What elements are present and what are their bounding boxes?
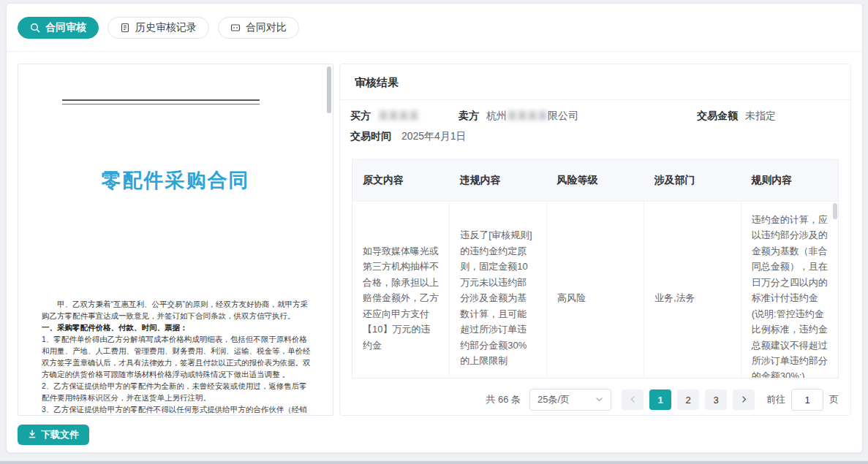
download-label: 下载文件 <box>41 428 79 441</box>
buyer-field: 买方 某某某某 <box>350 110 458 123</box>
results-title: 审核结果 <box>340 64 850 100</box>
compare-icon <box>230 23 241 33</box>
tab-label: 历史审核记录 <box>135 21 197 34</box>
tab-label: 合同审核 <box>45 21 86 34</box>
violations-table-wrap[interactable]: 原文内容 违规内容 风险等级 涉及部门 规则内容 如导致媒体曝光或第三方机构抽样… <box>352 159 839 379</box>
seller-value-suffix: 限公司 <box>548 110 578 123</box>
col-header-original: 原文内容 <box>352 160 450 202</box>
amount-label: 交易金额 <box>697 110 738 123</box>
download-row: 下载文件 <box>7 416 862 445</box>
document-icon <box>120 23 130 33</box>
pagination: 共 66 条 25条/页 1 2 3 <box>352 389 839 411</box>
total-count: 共 66 条 <box>486 393 521 406</box>
buyer-value-redacted: 某某某某 <box>378 110 419 123</box>
tab-label: 合同对比 <box>246 21 287 34</box>
main-content: 零配件采购合同 甲、乙双方秉着“互惠互利、公平交易”的原则，经双方友好协商，就甲… <box>7 52 862 416</box>
violations-table: 原文内容 违规内容 风险等级 涉及部门 规则内容 如导致媒体曝光或第三方机构抽样… <box>352 160 838 379</box>
chevron-down-icon <box>595 395 603 406</box>
cell-rule: 违约金的计算，应以违约部分涉及的金额为基数（非合同总金额），且在日万分之四以内的… <box>741 202 838 379</box>
goto-label: 前往 <box>766 393 785 406</box>
review-results-panel: 审核结果 买方 某某某某 卖方 杭州 某某某某 限公司 交易金额 <box>339 64 851 416</box>
time-value: 2025年4月1日 <box>401 130 467 142</box>
goto-page-input[interactable] <box>791 389 823 411</box>
cell-risk-level: 高风险 <box>547 202 644 379</box>
contract-title: 零配件采购合同 <box>18 167 333 194</box>
contract-preview-panel[interactable]: 零配件采购合同 甲、乙双方秉着“互惠互利、公平交易”的原则，经双方友好协商，就甲… <box>18 64 333 416</box>
download-file-button[interactable]: 下载文件 <box>18 425 89 445</box>
page-button-2[interactable]: 2 <box>677 389 699 410</box>
cell-violation: 违反了[审核规则]的违约金约定原则，固定金额10万元未以违约部分涉及金额为基数计… <box>450 202 547 379</box>
buyer-label: 买方 <box>350 110 371 123</box>
amount-value: 未指定 <box>745 110 776 123</box>
tab-history-records[interactable]: 历史审核记录 <box>107 17 209 39</box>
seller-value-redacted: 某某某某 <box>507 110 548 123</box>
contract-paragraph: 甲、乙双方秉着“互惠互利、公平交易”的原则，经双方友好协商，就甲方采购乙方零配件… <box>42 298 311 322</box>
amount-field: 交易金额 未指定 <box>697 110 840 123</box>
search-icon <box>30 23 40 33</box>
pager: 1 2 3 <box>622 389 755 410</box>
col-header-departments: 涉及部门 <box>644 160 741 202</box>
next-page-button[interactable] <box>733 389 755 410</box>
contract-page: 零配件采购合同 甲、乙双方秉着“互惠互利、公平交易”的原则，经双方友好协商，就甲… <box>18 64 333 415</box>
page-button-1[interactable]: 1 <box>649 389 671 410</box>
contract-paragraph: 2、乙方保证提供给甲方的零配件为全新的，未曾经安装或使用过，返修售后零配件要用特… <box>42 380 311 403</box>
seller-label: 卖方 <box>458 110 479 123</box>
col-header-risk: 风险等级 <box>547 160 644 202</box>
chevron-left-icon <box>629 395 637 406</box>
contract-section-heading: 一、采购零配件价格、付款、时间、票据： <box>42 322 311 333</box>
meta-row-1: 买方 某某某某 卖方 杭州 某某某某 限公司 交易金额 未指定 <box>350 110 840 123</box>
contract-paragraph: 3、乙方保证提供给甲方的零配件不得以任何形式提供给甲方的合作伙伴（经销商，代理商… <box>42 403 311 416</box>
table-scrollbar-thumb[interactable] <box>833 203 837 219</box>
contract-meta: 买方 某某某某 卖方 杭州 某某某某 限公司 交易金额 未指定 <box>340 100 850 156</box>
goto-suffix: 页 <box>829 393 839 406</box>
contract-paragraph: 1、零配件单价得由乙方分解填写成本价格构成明细表，包括但不限于原料价格和用量、产… <box>42 333 311 380</box>
cell-departments: 业务,法务 <box>644 202 741 379</box>
tab-contract-compare[interactable]: 合同对比 <box>218 17 299 39</box>
time-field: 交易时间 2025年4月1日 <box>350 130 467 143</box>
letterhead-rule-thick <box>62 99 260 101</box>
seller-value-prefix: 杭州 <box>486 110 507 123</box>
app-card: 合同审核 历史审核记录 合同对比 零配件采购合同 甲、乙双方秉着“互惠互利、公平… <box>6 3 863 453</box>
page-size-select[interactable]: 25条/页 <box>529 389 611 411</box>
window-bottom-edge <box>0 461 868 464</box>
time-label: 交易时间 <box>350 130 391 142</box>
letterhead-rule-thin <box>62 104 260 104</box>
col-header-violation: 违规内容 <box>450 160 547 202</box>
doc-scrollbar-thumb[interactable] <box>327 66 331 113</box>
download-icon <box>28 430 37 441</box>
page-button-3[interactable]: 3 <box>705 389 727 410</box>
table-header-row: 原文内容 违规内容 风险等级 涉及部门 规则内容 <box>352 160 838 202</box>
page-jumper: 前往 页 <box>766 389 839 411</box>
seller-field: 卖方 杭州 某某某某 限公司 <box>458 110 697 123</box>
page-size-value: 25条/页 <box>537 393 570 406</box>
prev-page-button[interactable] <box>622 389 644 410</box>
tab-contract-review[interactable]: 合同审核 <box>18 17 99 39</box>
chevron-right-icon <box>740 395 748 406</box>
contract-body: 甲、乙双方秉着“互惠互利、公平交易”的原则，经双方友好协商，就甲方采购乙方零配件… <box>18 298 333 416</box>
meta-row-2: 交易时间 2025年4月1日 <box>350 130 840 143</box>
table-row[interactable]: 如导致媒体曝光或第三方机构抽样不合格，除承担以上赔偿金额外，乙方还应向甲方支付【… <box>352 202 838 379</box>
col-header-rule: 规则内容 <box>741 160 838 202</box>
toolbar: 合同审核 历史审核记录 合同对比 <box>7 4 862 52</box>
cell-original: 如导致媒体曝光或第三方机构抽样不合格，除承担以上赔偿金额外，乙方还应向甲方支付【… <box>352 202 450 379</box>
